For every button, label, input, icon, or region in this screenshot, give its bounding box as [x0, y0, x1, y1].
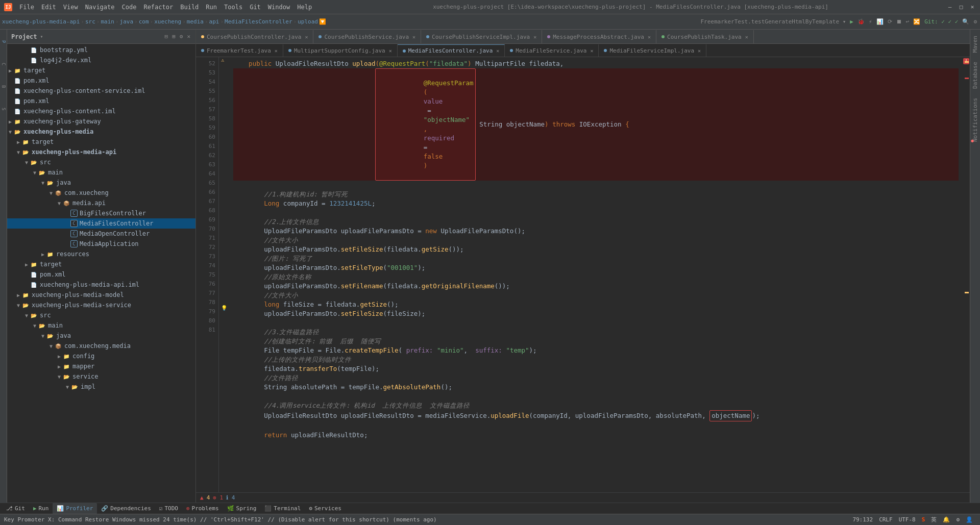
- breadcrumb-project[interactable]: xuecheng-plus-media-api: [2, 18, 80, 25]
- tree-item-media-api[interactable]: ▼ 📂 xuecheng-plus-media-api: [7, 147, 195, 157]
- menu-git[interactable]: Git: [247, 3, 264, 12]
- tree-item-com-xuecheng[interactable]: ▼ 📦 com.xuecheng: [7, 188, 195, 198]
- breadcrumb-main[interactable]: main: [101, 18, 114, 25]
- tab-course-publish-service[interactable]: CoursePublishService.java ✕: [313, 30, 421, 43]
- tree-item-mediafiles[interactable]: C MediaFilesController: [7, 218, 195, 229]
- spring-tool-btn[interactable]: 🌿 Spring: [223, 503, 261, 514]
- tab-close-btn[interactable]: ✕: [745, 34, 748, 40]
- tree-item-service-com[interactable]: ▼ 📦 com.xuecheng.media: [7, 341, 195, 351]
- tree-item-api-target[interactable]: ▶ 📁 target: [7, 259, 195, 269]
- maximize-btn[interactable]: □: [958, 4, 965, 11]
- tree-item-api-iml[interactable]: 📄 xuecheng-plus-media-api.iml: [7, 280, 195, 290]
- tab-close-btn[interactable]: ✕: [412, 34, 415, 40]
- toolbar-btn4[interactable]: 🔀: [912, 17, 921, 26]
- breadcrumb-api[interactable]: api: [209, 18, 219, 25]
- tree-item-gateway[interactable]: ▶ 📁 xuecheng-plus-gateway: [7, 116, 195, 127]
- tree-item-service-src[interactable]: ▼ 📂 src: [7, 310, 195, 320]
- terminal-tool-btn[interactable]: ⬛ Terminal: [260, 503, 305, 514]
- tree-item-pomxml2[interactable]: 📄 pom.xml: [7, 96, 195, 106]
- tab2-close-btn[interactable]: ✕: [389, 48, 392, 54]
- breadcrumb-xuecheng[interactable]: xuecheng: [154, 18, 181, 25]
- sidebar-commit-btn[interactable]: C: [1, 54, 7, 74]
- tree-item-service-java[interactable]: ▼ 📂 java: [7, 331, 195, 341]
- dependencies-tool-btn[interactable]: 🔗 Dependencies: [97, 503, 155, 514]
- settings-btn[interactable]: ⚙: [972, 17, 978, 26]
- menu-help[interactable]: Help: [294, 3, 315, 12]
- menu-navigate[interactable]: Navigate: [82, 3, 118, 12]
- run-btn[interactable]: ▶: [849, 17, 854, 26]
- tree-item-mapper[interactable]: ▶ 📁 mapper: [7, 361, 195, 371]
- tab-course-publish-controller[interactable]: CoursePublishController.java ✕: [196, 30, 313, 43]
- run-tool-btn[interactable]: ▶ Run: [29, 503, 53, 514]
- menu-file[interactable]: File: [16, 3, 37, 12]
- tab-course-publish-service-impl[interactable]: CoursePublishServiceImpl.java ✕: [421, 30, 542, 43]
- tab-course-publish-task[interactable]: CoursePublishTask.java ✕: [656, 30, 754, 43]
- tab-message-process[interactable]: MessageProcessAbstract.java ✕: [542, 30, 656, 43]
- tree-item-src[interactable]: ▼ 📂 src: [7, 157, 195, 167]
- profiler-tool-btn[interactable]: 📊 Profiler: [53, 503, 97, 514]
- menu-tools[interactable]: Tools: [221, 3, 246, 12]
- tab-close-btn[interactable]: ✕: [648, 34, 651, 40]
- services-tool-btn[interactable]: ⚙ Services: [305, 503, 346, 514]
- tree-item-media-target[interactable]: ▶ 📁 target: [7, 137, 195, 147]
- tree-item-content-service-iml[interactable]: 📄 xuecheng-plus-content-service.iml: [7, 86, 195, 96]
- status-lang[interactable]: 英: [928, 514, 940, 526]
- tab2-mediafiles-controller[interactable]: MediaFilesController.java ✕: [398, 44, 505, 57]
- status-crlf[interactable]: CRLF: [876, 514, 896, 526]
- panel-dropdown[interactable]: ▾: [40, 34, 43, 39]
- tree-item-bigfiles[interactable]: C BigFilesController: [7, 208, 195, 218]
- tab2-close-btn[interactable]: ✕: [496, 48, 499, 54]
- tree-item-media-api-pkg[interactable]: ▼ 📦 media.api: [7, 198, 195, 208]
- menu-window[interactable]: Window: [265, 3, 293, 12]
- breadcrumb-method[interactable]: upload: [298, 18, 318, 25]
- tree-item-mediaopen[interactable]: C MediaOpenController: [7, 229, 195, 239]
- tree-item-model[interactable]: ▶ 📁 xuecheng-plus-media-model: [7, 290, 195, 300]
- status-extra2[interactable]: 👤: [963, 514, 976, 526]
- tab2-multipart[interactable]: MultipartSupportConfig.java ✕: [283, 44, 398, 57]
- tree-item-impl[interactable]: ▼ 📂 impl: [7, 382, 195, 392]
- problems-tool-btn[interactable]: ⊗ Problems: [182, 503, 223, 514]
- breadcrumb-media[interactable]: media: [187, 18, 204, 25]
- tree-item-service-root[interactable]: ▼ 📂 xuecheng-plus-media-service: [7, 300, 195, 310]
- toolbar-btn3[interactable]: ↩: [905, 17, 911, 26]
- menu-build[interactable]: Build: [177, 3, 202, 12]
- tab2-close-btn[interactable]: ✕: [698, 48, 701, 54]
- profile-btn[interactable]: 📊: [875, 17, 885, 26]
- tab2-mediafile-service-impl[interactable]: MediaFileServiceImpl.java ✕: [599, 44, 706, 57]
- tab-close-btn[interactable]: ✕: [533, 34, 536, 40]
- minimize-btn[interactable]: —: [946, 4, 953, 11]
- tab2-close-btn[interactable]: ✕: [275, 48, 278, 54]
- menu-view[interactable]: View: [60, 3, 81, 12]
- breadcrumb-class[interactable]: MediaFilesController: [225, 18, 292, 25]
- status-extra1[interactable]: ⚙: [953, 514, 963, 526]
- database-panel-btn[interactable]: Database: [971, 58, 979, 93]
- tree-item-api-pom[interactable]: 📄 pom.xml: [7, 269, 195, 280]
- code-editor[interactable]: 5253545556 5758596061 6263646566 6768697…: [196, 57, 970, 492]
- tab-close-btn[interactable]: ✕: [305, 34, 308, 40]
- tree-item-bootstrap[interactable]: 📄 bootstrap.yml: [7, 45, 195, 55]
- maven-panel-btn[interactable]: Maven: [971, 32, 979, 57]
- toolbar-btn1[interactable]: ⟳: [887, 17, 893, 26]
- code-content[interactable]: public UploadFileResultDto upload ( @Req…: [229, 57, 963, 492]
- close-btn[interactable]: ✕: [969, 4, 976, 11]
- menu-run[interactable]: Run: [203, 3, 220, 12]
- todo-tool-btn[interactable]: ☑ TODO: [155, 503, 182, 514]
- toolbar-btn2[interactable]: ⏹: [895, 17, 903, 26]
- breadcrumb-com[interactable]: com: [139, 18, 149, 25]
- debug-btn[interactable]: 🐞: [856, 17, 866, 26]
- tree-item-mediaapp[interactable]: C MediaApplication: [7, 239, 195, 249]
- tree-item-config[interactable]: ▶ 📁 config: [7, 351, 195, 361]
- git-tool-btn[interactable]: ⎇ Git: [2, 503, 29, 514]
- status-charset[interactable]: UTF-8: [896, 514, 919, 526]
- search-btn[interactable]: 🔍: [961, 17, 970, 26]
- tab2-freemarker[interactable]: FreemarkerTest.java ✕: [196, 44, 283, 57]
- panel-close[interactable]: ✕: [186, 33, 191, 40]
- panel-expand-all[interactable]: ⊞: [171, 33, 177, 40]
- tree-item-target1[interactable]: ▶ 📁 target: [7, 65, 195, 76]
- sidebar-project-btn[interactable]: P: [1, 32, 7, 52]
- status-notify[interactable]: 🔔: [940, 514, 953, 526]
- tree-item-resources[interactable]: ▶ 📁 resources: [7, 249, 195, 259]
- panel-settings[interactable]: ⚙: [179, 33, 184, 40]
- menu-edit[interactable]: Edit: [38, 3, 59, 12]
- notifications-panel-btn[interactable]: Notifications ●: [971, 94, 979, 146]
